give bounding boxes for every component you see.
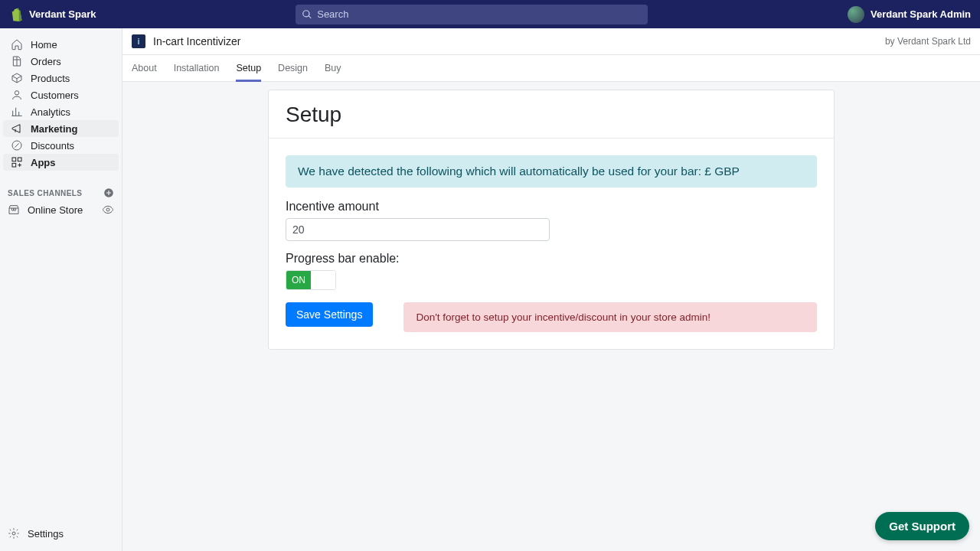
app-header: i In-cart Incentivizer by Verdant Spark … [122, 28, 980, 55]
sidebar-item-discounts[interactable]: Discounts [3, 137, 119, 154]
products-icon [11, 72, 23, 84]
admin-area[interactable]: Verdant Spark Admin [848, 6, 971, 23]
sidebar-item-home[interactable]: Home [3, 36, 119, 53]
sidebar-item-label: Marketing [31, 123, 77, 135]
currency-detected-banner: We have detected the following which wil… [286, 155, 817, 187]
sidebar-item-label: Orders [31, 56, 61, 67]
save-settings-button[interactable]: Save Settings [286, 302, 373, 327]
sales-channels-label: SALES CHANNELS [8, 189, 82, 197]
home-icon [11, 38, 23, 51]
sidebar-item-apps[interactable]: Apps [3, 154, 119, 171]
settings-label: Settings [28, 528, 64, 540]
store-brand[interactable]: Verdant Spark [9, 8, 96, 21]
discounts-icon [11, 139, 23, 152]
sidebar-item-label: Products [31, 73, 70, 84]
get-support-button[interactable]: Get Support [875, 512, 969, 540]
svg-point-0 [15, 91, 18, 95]
app-name: In-cart Incentivizer [153, 35, 240, 47]
shopify-logo-icon [9, 8, 23, 21]
app-tabs: About Installation Setup Design Buy [122, 55, 980, 82]
sidebar-item-label: Apps [31, 157, 56, 168]
admin-name: Verdant Spark Admin [871, 8, 971, 20]
tab-buy[interactable]: Buy [325, 55, 341, 81]
sidebar-item-marketing[interactable]: Marketing [3, 120, 119, 137]
app-icon: i [132, 34, 145, 48]
top-bar: Verdant Spark Search Verdant Spark Admin [0, 0, 980, 28]
setup-reminder-banner: Don't forget to setup your incentive/dis… [403, 302, 817, 332]
svg-point-6 [106, 208, 109, 211]
tab-installation[interactable]: Installation [174, 55, 220, 81]
sidebar-item-customers[interactable]: Customers [3, 86, 119, 103]
eye-icon[interactable] [102, 204, 114, 216]
customers-icon [11, 89, 23, 101]
svg-rect-3 [18, 158, 21, 161]
tab-setup[interactable]: Setup [236, 55, 261, 81]
page-body: Setup We have detected the following whi… [122, 82, 980, 551]
store-name: Verdant Spark [29, 8, 96, 20]
card-header: Setup [269, 90, 834, 139]
page-title: Setup [286, 103, 817, 127]
orders-icon [11, 55, 23, 67]
sidebar-item-label: Customers [31, 90, 79, 101]
app-vendor: by Verdant Spark Ltd [885, 36, 971, 47]
sidebar-item-label: Analytics [31, 106, 70, 118]
incentive-amount-input[interactable] [286, 218, 550, 241]
sidebar: Home Orders Products Customers Analytics… [0, 28, 122, 551]
card-body: We have detected the following which wil… [269, 139, 834, 349]
svg-rect-4 [12, 163, 16, 167]
tab-design[interactable]: Design [278, 55, 308, 81]
gear-icon [8, 527, 20, 540]
analytics-icon [11, 106, 23, 118]
sidebar-item-orders[interactable]: Orders [3, 53, 119, 70]
progress-bar-toggle[interactable]: ON [286, 270, 336, 290]
sidebar-item-label: Home [31, 39, 57, 51]
toggle-on-label: ON [286, 271, 311, 289]
marketing-icon [11, 122, 23, 135]
channel-online-store[interactable]: Online Store [0, 201, 122, 218]
incentive-amount-label: Incentive amount [286, 200, 817, 214]
search-wrap: Search [96, 5, 848, 24]
apps-icon [11, 156, 23, 168]
sidebar-item-label: Discounts [31, 140, 74, 152]
progress-bar-label: Progress bar enable: [286, 252, 817, 266]
sidebar-item-analytics[interactable]: Analytics [3, 103, 119, 120]
search-input[interactable]: Search [296, 5, 648, 24]
channel-label: Online Store [28, 204, 83, 216]
toggle-off-space [311, 271, 335, 289]
svg-point-7 [12, 532, 15, 535]
search-placeholder: Search [317, 8, 348, 20]
bottom-row: Save Settings Don't forget to setup your… [286, 302, 817, 332]
tab-about[interactable]: About [132, 55, 157, 81]
setup-card: Setup We have detected the following whi… [268, 90, 835, 350]
svg-rect-2 [12, 158, 16, 161]
avatar [848, 6, 864, 23]
store-icon [8, 204, 20, 216]
sidebar-item-products[interactable]: Products [3, 70, 119, 86]
add-channel-icon[interactable] [103, 187, 114, 198]
sales-channels-header: SALES CHANNELS [0, 184, 122, 201]
main: i In-cart Incentivizer by Verdant Spark … [122, 28, 980, 551]
sidebar-settings[interactable]: Settings [0, 522, 122, 545]
search-icon [302, 9, 312, 20]
